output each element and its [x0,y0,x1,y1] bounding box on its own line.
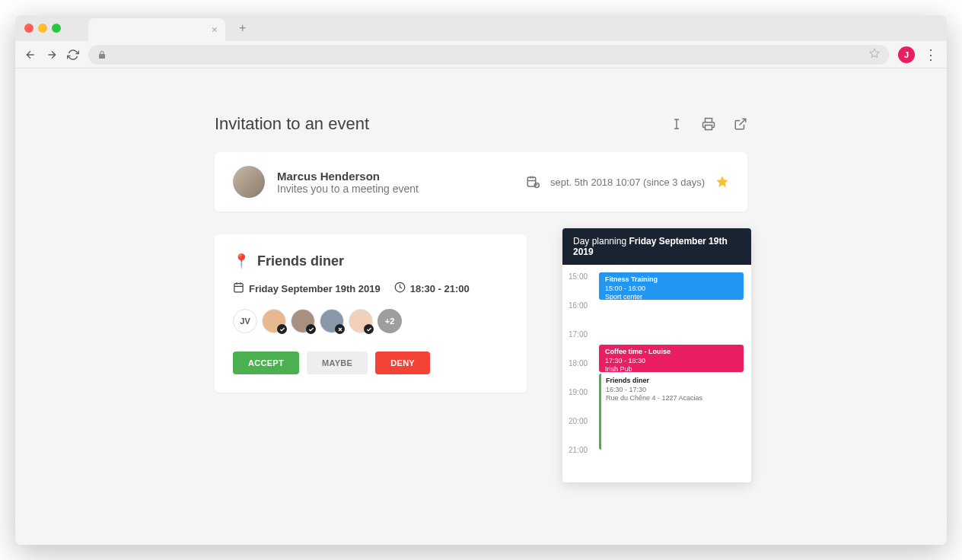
slot-title: Coffee time - Louise [605,348,737,357]
svg-marker-0 [870,49,879,57]
slot-title: Friends diner [606,377,737,386]
attendee-avatar[interactable] [262,309,286,333]
calendar-question-icon [526,175,540,189]
back-button[interactable] [24,49,37,61]
time-label: 15:00 [569,272,596,301]
slot-location: Rue du Chêne 4 - 1227 Acacias [606,394,737,403]
open-external-icon[interactable] [734,117,747,131]
attendee-avatar[interactable] [349,309,373,333]
browser-toolbar: J ⋮ [15,41,947,68]
attendee-avatar[interactable] [320,309,344,333]
browser-tab[interactable]: × [88,18,225,41]
event-date: Friday September 19th 2019 [249,283,381,294]
address-bar[interactable] [88,45,889,65]
time-label: 17:00 [569,330,596,359]
check-icon [277,324,287,334]
event-title: Friends diner [257,253,344,269]
check-icon [364,324,374,334]
time-label: 20:00 [569,417,596,446]
time-label: 18:00 [569,359,596,388]
slot-title: Fitness Training [605,275,737,285]
browser-window: × + J ⋮ Invitation to an event [15,15,947,545]
time-column: 15:0016:0017:0018:0019:0020:0021:00 [569,272,596,475]
slot-time: 15:00 - 16:00 [605,285,737,294]
slot-location: Sport center [605,293,737,302]
page-header: Invitation to an event [215,114,747,134]
cross-icon [335,324,345,334]
profile-badge[interactable]: J [898,46,915,63]
new-tab-button[interactable]: + [239,21,246,35]
day-planning-prefix: Day planning [573,236,629,247]
window-minimize-button[interactable] [38,24,47,33]
calendar-icon [233,282,244,295]
time-label: 19:00 [569,388,596,417]
map-pin-icon: 📍 [233,253,250,269]
inviter-card: Marcus Henderson Invites you to a meetin… [215,152,747,212]
calendar-slot[interactable]: Fitness Training15:00 - 16:00Sport cente… [599,272,744,300]
bookmark-star-icon[interactable] [869,48,880,62]
attendee-avatar[interactable] [291,309,315,333]
inviter-timestamp: sept. 5th 2018 10:07 (since 3 days) [550,177,705,188]
event-card: 📍 Friends diner Friday September 19th 20… [215,234,527,393]
time-label: 16:00 [569,301,596,330]
svg-marker-4 [717,177,728,187]
accept-button[interactable]: ACCEPT [233,352,299,374]
inviter-subtitle: Invites you to a meeting event [277,183,514,195]
inviter-avatar [233,166,265,198]
inviter-name: Marcus Henderson [277,170,514,183]
attendee-avatar[interactable]: JV [233,309,257,333]
header-actions [670,117,747,131]
attendee-more[interactable]: +2 [377,309,402,333]
titlebar: × + [15,15,947,41]
slot-time: 17:30 - 18:30 [605,357,737,366]
attendees-list: JV+2 [233,309,508,333]
window-close-button[interactable] [24,24,33,33]
maybe-button[interactable]: MAYBE [307,352,368,374]
slot-time: 16:30 - 17:30 [606,386,737,395]
calendar-slot[interactable]: Coffee time - Louise17:30 - 18:30Irish P… [599,345,744,372]
calendar-slot[interactable]: Friends diner16:30 - 17:30Rue du Chêne 4… [599,374,744,450]
favorite-star-icon[interactable] [715,175,729,189]
reload-button[interactable] [67,49,79,61]
tab-close-icon[interactable]: × [212,24,218,36]
page-title: Invitation to an event [215,114,369,134]
forward-button[interactable] [46,49,58,61]
check-icon [306,324,316,334]
page-content: Invitation to an event Marcus Hend [15,68,947,545]
browser-menu-button[interactable]: ⋮ [924,48,938,62]
svg-rect-1 [706,126,712,130]
event-time: 18:30 - 21:00 [410,283,470,294]
time-label: 21:00 [569,446,596,475]
timeline: Fitness Training15:00 - 16:00Sport cente… [599,272,744,475]
lock-icon [97,50,107,59]
deny-button[interactable]: DENY [375,352,430,374]
window-maximize-button[interactable] [52,24,61,33]
clock-icon [394,282,406,295]
day-planning-header: Day planning Friday September 19th 2019 [562,228,751,265]
svg-rect-5 [234,284,243,292]
print-icon[interactable] [702,117,715,131]
day-planning-panel: Day planning Friday September 19th 2019 … [562,228,751,482]
text-size-icon[interactable] [670,117,683,131]
